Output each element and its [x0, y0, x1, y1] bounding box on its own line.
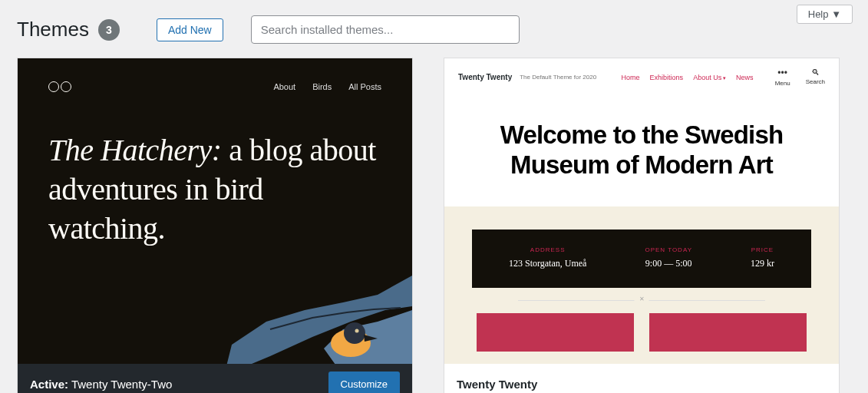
search-icon: 🔍︎Search	[806, 68, 825, 87]
theme-count-badge: 3	[98, 19, 120, 41]
preview-headline: The Hatchery: a blog about adventures in…	[48, 130, 381, 249]
add-new-button[interactable]: Add New	[157, 18, 223, 41]
preview-nav: About Birds All Posts	[273, 82, 381, 91]
info-label: OPEN TODAY	[645, 246, 692, 253]
preview-menu: Home Exhibitions About Us News	[622, 74, 754, 81]
theme-card[interactable]: Twenty Twenty The Default Theme for 2020…	[444, 58, 840, 393]
theme-preview: Twenty Twenty The Default Theme for 2020…	[444, 58, 839, 364]
menu-icon: •••Menu	[775, 68, 790, 87]
info-value: 129 kr	[751, 258, 774, 269]
theme-name: Twenty Twenty	[457, 378, 537, 391]
search-input[interactable]	[251, 15, 520, 44]
info-value: 9:00 — 5:00	[645, 258, 692, 269]
themes-grid: About Birds All Posts The Hatchery: a bl…	[0, 58, 868, 393]
nav-item: About	[273, 82, 295, 91]
info-label: ADDRESS	[509, 246, 586, 253]
nav-item: Birds	[312, 82, 332, 91]
preview-brand: Twenty Twenty	[458, 73, 512, 81]
preview-blocks	[472, 313, 811, 352]
help-label: Help	[808, 8, 829, 20]
svg-point-1	[344, 322, 365, 344]
binoculars-icon	[48, 81, 71, 92]
nav-item: All Posts	[348, 82, 381, 91]
theme-footer: Twenty Twenty	[444, 364, 839, 393]
page-header: Themes 3 Add New	[0, 0, 868, 58]
menu-item: News	[736, 74, 754, 81]
theme-preview: About Birds All Posts The Hatchery: a bl…	[18, 58, 412, 364]
preview-tagline: The Default Theme for 2020	[520, 74, 596, 81]
customize-button[interactable]: Customize	[328, 372, 400, 394]
theme-footer: Active: Twenty Twenty-Two Customize	[18, 364, 412, 393]
menu-item: Exhibitions	[650, 74, 684, 81]
divider-icon: ✕	[518, 300, 765, 301]
menu-item: About Us	[693, 74, 726, 81]
preview-hero: Welcome to the Swedish Museum of Modern …	[444, 99, 839, 206]
info-label: PRICE	[751, 246, 774, 253]
preview-info-bar: ADDRESS 123 Storgatan, Umeå OPEN TODAY 9…	[472, 230, 811, 288]
menu-item: Home	[622, 74, 640, 81]
page-title: Themes	[17, 18, 89, 41]
info-value: 123 Storgatan, Umeå	[509, 258, 586, 269]
theme-name: Active: Twenty Twenty-Two	[30, 378, 172, 391]
chevron-down-icon: ▼	[831, 8, 841, 20]
theme-card-active[interactable]: About Birds All Posts The Hatchery: a bl…	[17, 58, 413, 393]
bird-icon	[224, 276, 412, 364]
svg-point-2	[355, 329, 359, 333]
help-button[interactable]: Help ▼	[797, 5, 853, 24]
